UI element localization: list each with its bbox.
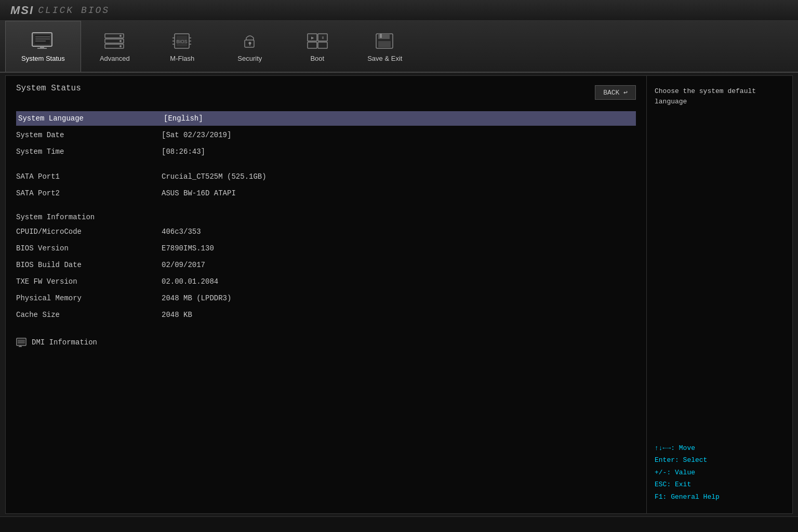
system-time-row[interactable]: System Time [08:26:43] [16, 144, 636, 159]
cpuid-label: CPUID/MicroCode [16, 228, 162, 236]
cache-size-value: 2048 KB [162, 311, 192, 319]
back-button[interactable]: BACK ↩ [595, 85, 636, 100]
dmi-row[interactable]: DMI Information [16, 338, 636, 347]
tab-boot-label: Boot [310, 55, 324, 62]
sata-port2-row: SATA Port2 ASUS BW-16D ATAPI [16, 186, 636, 201]
bios-build-date-label: BIOS Build Date [16, 261, 162, 269]
system-date-label: System Date [16, 131, 162, 139]
svg-rect-36 [18, 339, 25, 344]
help-description: Choose the system default language [655, 86, 784, 107]
svg-text:⏸: ⏸ [321, 36, 324, 39]
svg-point-23 [248, 42, 251, 44]
svg-rect-34 [378, 41, 391, 47]
system-time-value: [08:26:43] [162, 148, 205, 156]
svg-rect-1 [34, 35, 50, 44]
svg-point-12 [119, 45, 122, 47]
main-content: System Status BACK ↩ System Language [En… [5, 75, 793, 514]
txe-fw-value: 02.00.01.2084 [162, 277, 218, 286]
tab-security-label: Security [237, 55, 262, 62]
key-hints: ↑↓←→: Move Enter: Select +/-: Value ESC:… [655, 442, 784, 503]
system-time-label: System Time [16, 148, 162, 156]
boot-icon: ▶ ⏸ [304, 31, 330, 51]
physical-memory-row: Physical Memory 2048 MB (LPDDR3) [16, 291, 636, 305]
tab-system-status-label: System Status [21, 55, 65, 62]
tab-advanced-label: Advanced [100, 55, 130, 62]
svg-rect-33 [380, 34, 382, 38]
key-esc: ESC: Exit [655, 478, 784, 490]
info-panel: Choose the system default language ↑↓←→:… [647, 76, 792, 513]
system-date-row[interactable]: System Date [Sat 02/23/2019] [16, 128, 636, 142]
key-enter: Enter: Select [655, 454, 784, 466]
svg-text:BIOS: BIOS [176, 39, 188, 44]
physical-memory-label: Physical Memory [16, 294, 162, 302]
nav-tabs: System Status Advanced BIOS [0, 21, 798, 73]
tab-boot[interactable]: ▶ ⏸ Boot [284, 21, 351, 72]
txe-fw-label: TXE FW Version [16, 277, 162, 286]
top-bar: MSI CLICK BIOS [0, 0, 798, 21]
system-language-label: System Language [18, 114, 164, 123]
system-date-value: [Sat 02/23/2019] [162, 131, 231, 139]
drives-icon [102, 31, 128, 51]
cache-size-label: Cache Size [16, 311, 162, 319]
cpuid-value: 406c3/353 [162, 228, 201, 236]
tab-advanced[interactable]: Advanced [81, 21, 149, 72]
sata-port2-value: ASUS BW-16D ATAPI [162, 189, 236, 197]
svg-rect-27 [308, 42, 317, 48]
svg-point-10 [119, 35, 122, 37]
tab-save-exit[interactable]: Save & Exit [351, 21, 419, 72]
system-language-value: [English] [164, 114, 203, 123]
sata-port1-label: SATA Port1 [16, 172, 162, 181]
header-row: System Status BACK ↩ [16, 84, 636, 101]
svg-point-11 [119, 40, 122, 42]
tab-save-exit-label: Save & Exit [367, 55, 402, 62]
bios-build-date-row: BIOS Build Date 02/09/2017 [16, 258, 636, 272]
key-move: ↑↓←→: Move [655, 442, 784, 454]
bios-build-date-value: 02/09/2017 [162, 261, 205, 269]
tab-m-flash[interactable]: BIOS M-Flash [149, 21, 216, 72]
dmi-icon [16, 338, 28, 347]
tab-system-status[interactable]: System Status [5, 21, 81, 72]
svg-rect-28 [318, 42, 327, 48]
svg-text:▶: ▶ [311, 36, 314, 39]
dmi-label: DMI Information [32, 338, 177, 347]
sata-port1-row: SATA Port1 Crucial_CT525M (525.1GB) [16, 169, 636, 184]
tab-m-flash-label: M-Flash [170, 55, 194, 62]
bottom-bar [0, 516, 798, 532]
tab-security[interactable]: Security [216, 21, 284, 72]
cpuid-row: CPUID/MicroCode 406c3/353 [16, 224, 636, 239]
bios-version-value: E7890IMS.130 [162, 244, 214, 252]
physical-memory-value: 2048 MB (LPDDR3) [162, 294, 231, 302]
system-language-row[interactable]: System Language [English] [16, 111, 636, 126]
msi-logo: MSI [10, 4, 34, 17]
key-f1: F1: General Help [655, 491, 784, 503]
sata-port1-value: Crucial_CT525M (525.1GB) [162, 172, 267, 181]
lock-icon [237, 31, 263, 51]
key-value: +/-: Value [655, 467, 784, 478]
bios-version-row: BIOS Version E7890IMS.130 [16, 241, 636, 256]
cache-size-row: Cache Size 2048 KB [16, 308, 636, 322]
click-bios-label: CLICK BIOS [38, 5, 110, 16]
monitor-icon [30, 31, 56, 51]
save-icon [372, 31, 398, 51]
sata-port2-label: SATA Port2 [16, 189, 162, 197]
bios-version-label: BIOS Version [16, 244, 162, 252]
txe-fw-row: TXE FW Version 02.00.01.2084 [16, 274, 636, 289]
center-panel: System Status BACK ↩ System Language [En… [6, 76, 647, 513]
system-info-header: System Information [16, 213, 636, 221]
bios-chip-icon: BIOS [169, 31, 195, 51]
panel-title: System Status [16, 84, 81, 93]
